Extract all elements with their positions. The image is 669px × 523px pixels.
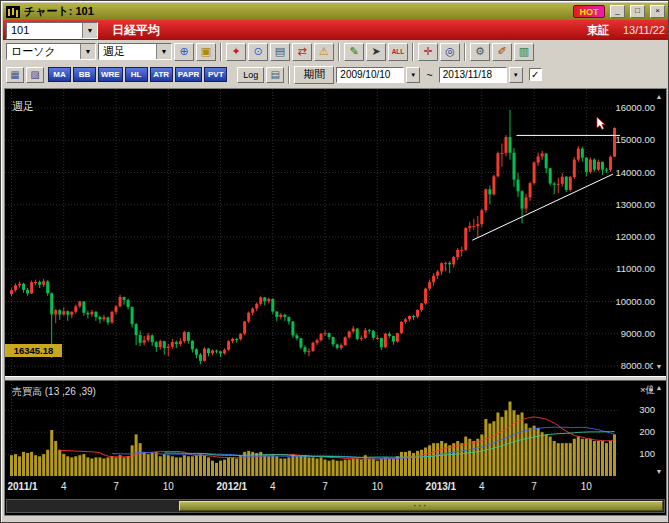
draw-icon[interactable]: ✎ [344, 43, 364, 61]
volume-scale-down-icon[interactable]: ▼ [653, 467, 665, 477]
chart-type-value: ローソク [7, 44, 80, 59]
cursor-annotation-icon [597, 117, 605, 130]
toolbar-divider [464, 43, 466, 61]
toolbar-divider [288, 66, 290, 84]
price-tick-label: 9000.00 [621, 328, 655, 339]
chart-area: 16000.0015000.0014000.0013000.0012000.00… [4, 88, 667, 516]
price-tick-label: 16000.00 [615, 102, 655, 113]
indicator-button-pvt[interactable]: PVT [204, 67, 227, 82]
timeframe-panel-label: 週足 [12, 99, 34, 114]
x-axis-tick: 2011/1 [8, 481, 38, 492]
volume-panel[interactable]: 300200100×億 [5, 381, 666, 479]
page-settings-icon[interactable]: ▤ [266, 67, 284, 83]
hot-button[interactable]: HOT [573, 5, 605, 18]
symbol-name: 日経平均 [112, 22, 160, 39]
price-tick-label: 12000.00 [615, 231, 655, 242]
search-icon[interactable]: ⊙ [248, 43, 268, 61]
indicator-button-group: MABBWREHLATRPAPRPVT [48, 67, 227, 82]
toolbar-icon-group: ⊕▣✦⊙▤⇄⚠✎➤ALL✛◎⚙✐▥ [174, 43, 534, 61]
indicator-toolbar: ▦▨ MABBWREHLATRPAPRPVT Log ▤ 期間 2009/10/… [3, 63, 668, 86]
settings-icon[interactable]: ⚙ [470, 43, 490, 61]
window-title: チャート: 101 [24, 4, 94, 19]
alert-icon[interactable]: ⚠ [314, 43, 334, 61]
multi-chart-icon[interactable]: ▥ [514, 43, 534, 61]
timeframe-combobox[interactable]: 週足 ▼ [98, 43, 172, 60]
indicator-button-atr[interactable]: ATR [150, 67, 173, 82]
chart-app-icon [6, 6, 20, 18]
price-scale-up-icon[interactable]: ▲ [653, 92, 665, 102]
symbol-bar: 101 ▼ 日経平均 東証 13/11/22 [3, 20, 668, 40]
x-axis-tick: 4 [479, 481, 485, 492]
toolbar-divider [338, 43, 340, 61]
indicator-button-hl[interactable]: HL [125, 67, 148, 82]
date-to-field[interactable]: 2013/11/18 [439, 67, 507, 83]
volume-tick-label: 100 [639, 448, 655, 459]
cursor-icon[interactable]: ➤ [366, 43, 386, 61]
price-tick-label: 13000.00 [615, 199, 655, 210]
chart-window: チャート: 101 HOT _ □ × 101 ▼ 日経平均 東証 13/11/… [0, 0, 669, 523]
indicator-button-bb[interactable]: BB [73, 67, 96, 82]
volume-tick-label: 300 [639, 404, 655, 415]
volume-panel-label: 売買高 (13 ,26 ,39) [12, 385, 96, 399]
close-button[interactable]: × [650, 5, 665, 18]
zoom-in-icon[interactable]: ⊕ [174, 43, 194, 61]
x-axis: 2011/147102012/147102013/14710 [5, 479, 666, 497]
date-from-calendar-icon[interactable]: ▼ [406, 67, 420, 83]
quote-date: 13/11/22 [623, 24, 665, 36]
price-panel[interactable]: 16000.0015000.0014000.0013000.0012000.00… [5, 89, 666, 376]
price-tick-label: 10000.00 [615, 296, 655, 307]
price-tick-label: 8000.00 [621, 360, 655, 371]
x-axis-tick: 7 [531, 481, 537, 492]
x-axis-tick: 4 [61, 481, 67, 492]
horizontal-scrollbar[interactable]: ··· [6, 499, 665, 513]
volume-tick-label: 200 [639, 426, 655, 437]
x-axis-tick: 10 [163, 481, 174, 492]
symbol-code-value: 101 [7, 24, 82, 36]
auto-update-checkbox[interactable]: ✓ [529, 68, 542, 81]
date-to-calendar-icon[interactable]: ▼ [509, 67, 523, 83]
x-axis-tick: 10 [581, 481, 592, 492]
period-button[interactable]: 期間 [294, 66, 334, 84]
compare-icon[interactable]: ⇄ [292, 43, 312, 61]
indicator-icon-group: ▦▨ [6, 67, 44, 83]
x-axis-tick: 7 [322, 481, 328, 492]
pen-icon[interactable]: ✐ [492, 43, 512, 61]
symbol-code-combobox[interactable]: 101 ▼ [6, 22, 98, 39]
timeframe-value: 週足 [99, 44, 156, 59]
price-tick-label: 15000.00 [615, 134, 655, 145]
indicator-button-ma[interactable]: MA [48, 67, 71, 82]
title-bar[interactable]: チャート: 101 HOT _ □ × [3, 3, 668, 20]
crosshair-icon[interactable]: ✛ [418, 43, 438, 61]
chevron-down-icon[interactable]: ▼ [156, 44, 171, 59]
volume-scale-up-icon[interactable]: ▲ [653, 383, 665, 393]
chevron-down-icon[interactable]: ▼ [80, 44, 95, 59]
log-scale-button[interactable]: Log [237, 67, 264, 83]
x-axis-tick: 4 [270, 481, 276, 492]
price-scale-down-icon[interactable]: ▼ [653, 362, 665, 372]
price-tag[interactable]: 16345.18 [5, 344, 62, 357]
date-from-field[interactable]: 2009/10/10 [336, 67, 404, 83]
layout-icon[interactable]: ▨ [26, 67, 44, 83]
exchange-label: 東証 [587, 23, 609, 38]
price-tick-label: 14000.00 [615, 167, 655, 178]
stamp-icon[interactable]: ✦ [226, 43, 246, 61]
chart-type-combobox[interactable]: ローソク ▼ [6, 43, 96, 60]
board-icon[interactable]: ▤ [270, 43, 290, 61]
indicator-button-wre[interactable]: WRE [98, 67, 123, 82]
x-axis-tick: 7 [113, 481, 119, 492]
x-axis-tick: 10 [372, 481, 383, 492]
chevron-down-icon[interactable]: ▼ [82, 23, 97, 38]
maximize-button[interactable]: □ [630, 5, 645, 18]
scrollbar-thumb[interactable]: ··· [179, 501, 663, 511]
show-all-icon[interactable]: ALL [388, 43, 408, 61]
price-tick-label: 11000.00 [616, 263, 655, 274]
x-axis-tick: 2013/1 [426, 481, 457, 492]
date-range-separator: ~ [426, 69, 432, 81]
new-window-icon[interactable]: ▣ [196, 43, 216, 61]
indicator-button-papr[interactable]: PAPR [175, 67, 203, 82]
x-axis-tick: 2012/1 [217, 481, 248, 492]
main-toolbar: ローソク ▼ 週足 ▼ ⊕▣✦⊙▤⇄⚠✎➤ALL✛◎⚙✐▥ [3, 40, 668, 63]
grid-icon[interactable]: ▦ [6, 67, 24, 83]
target-icon[interactable]: ◎ [440, 43, 460, 61]
minimize-button[interactable]: _ [610, 5, 625, 18]
